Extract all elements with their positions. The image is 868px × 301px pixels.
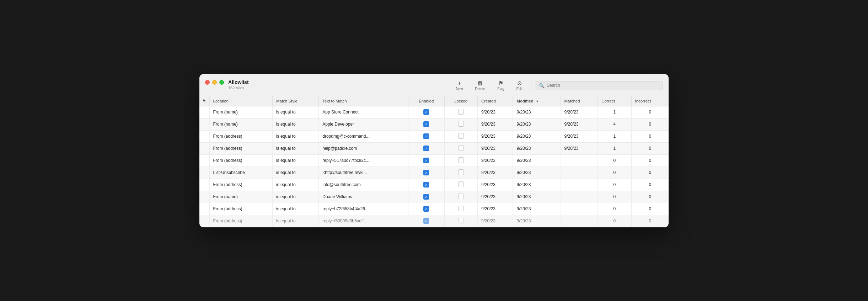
- col-created[interactable]: Created: [477, 96, 513, 106]
- row-incorrect: 0: [631, 118, 669, 130]
- checkbox-checked-icon[interactable]: ✓: [423, 109, 429, 115]
- table-header-row: ⚑ Location Match Style Text to Match Ena…: [199, 96, 669, 106]
- checkbox-checked-icon[interactable]: ✓: [423, 182, 429, 188]
- col-match-style[interactable]: Match Style: [272, 96, 318, 106]
- row-location: List-Unsubscribe: [209, 167, 272, 179]
- minimize-button[interactable]: [212, 80, 217, 85]
- checkbox-checked-icon[interactable]: ✓: [423, 170, 429, 175]
- table-row[interactable]: From (address)is equal tohelp@paddle.com…: [199, 142, 669, 154]
- checkbox-checked-icon[interactable]: ✓: [423, 121, 429, 127]
- row-modified: 9/20/23: [513, 203, 561, 215]
- row-matched: [561, 215, 598, 227]
- locked-checkbox[interactable]: [458, 169, 464, 175]
- table-row[interactable]: From (address)is equal toreply+b72f658b4…: [199, 203, 669, 215]
- checkbox-checked-icon[interactable]: ✓: [423, 194, 429, 200]
- locked-checkbox[interactable]: [458, 145, 464, 151]
- title-section: Allowlist 162 rules: [228, 79, 446, 90]
- row-enabled[interactable]: ✓: [408, 106, 444, 118]
- close-button[interactable]: [205, 80, 210, 85]
- row-enabled[interactable]: ✓: [408, 191, 444, 203]
- row-matched: 9/20/23: [561, 118, 598, 130]
- table-row[interactable]: From (name)is equal toApple Developer✓9/…: [199, 118, 669, 130]
- main-window: Allowlist 162 rules + New 🗑 Delete ⚑ Fla…: [199, 74, 669, 227]
- locked-checkbox[interactable]: [458, 157, 464, 163]
- locked-checkbox[interactable]: [458, 109, 464, 115]
- row-locked[interactable]: [444, 106, 477, 118]
- checkbox-checked-icon[interactable]: ✓: [423, 158, 429, 163]
- fullscreen-button[interactable]: [219, 80, 224, 85]
- row-locked[interactable]: [444, 154, 477, 167]
- table-row[interactable]: List-Unsubscribeis equal to<http://south…: [199, 167, 669, 179]
- row-enabled[interactable]: ✓: [408, 179, 444, 191]
- row-location: From (address): [209, 142, 272, 154]
- flag-button[interactable]: ⚑ Flag: [492, 79, 509, 92]
- locked-checkbox[interactable]: [458, 181, 464, 187]
- row-locked[interactable]: [444, 118, 477, 130]
- search-bar[interactable]: 🔍: [535, 81, 663, 90]
- table-row[interactable]: From (name)is equal toApp Store Connect✓…: [199, 106, 669, 118]
- row-created: 9/20/23: [477, 130, 513, 142]
- row-locked[interactable]: [444, 179, 477, 191]
- row-locked[interactable]: [444, 130, 477, 142]
- row-enabled[interactable]: ✓: [408, 142, 444, 154]
- edit-label: Edit: [516, 87, 523, 91]
- col-incorrect[interactable]: Incorrect: [631, 96, 669, 106]
- locked-checkbox[interactable]: [458, 218, 464, 223]
- row-location: From (name): [209, 118, 272, 130]
- row-enabled[interactable]: ✓: [408, 154, 444, 167]
- edit-button[interactable]: ⊘ Edit: [511, 79, 527, 92]
- table-row[interactable]: From (address)is equal toinfo@southtree.…: [199, 179, 669, 191]
- row-locked[interactable]: [444, 142, 477, 154]
- locked-checkbox[interactable]: [458, 206, 464, 211]
- col-enabled[interactable]: Enabled: [408, 96, 444, 106]
- col-locked[interactable]: Locked: [444, 96, 477, 106]
- table-row[interactable]: From (name)is equal toDuane Williams✓9/2…: [199, 191, 669, 203]
- col-matched[interactable]: Matched: [561, 96, 598, 106]
- row-text-to-match: info@southtree.com: [319, 179, 408, 191]
- row-locked[interactable]: [444, 215, 477, 227]
- locked-checkbox[interactable]: [458, 194, 464, 199]
- row-created: 9/20/23: [477, 142, 513, 154]
- locked-checkbox[interactable]: [458, 121, 464, 127]
- row-flag: [199, 130, 209, 142]
- row-enabled[interactable]: ✓: [408, 203, 444, 215]
- checkbox-checked-icon[interactable]: ✓: [423, 133, 429, 139]
- row-incorrect: 0: [631, 191, 669, 203]
- table-row[interactable]: From (address)is equal toreply+f50009d0b…: [199, 215, 669, 227]
- delete-button[interactable]: 🗑 Delete: [470, 79, 490, 92]
- row-flag: [199, 118, 209, 130]
- col-modified[interactable]: Modified ▼: [513, 96, 561, 106]
- row-locked[interactable]: [444, 191, 477, 203]
- col-text-to-match[interactable]: Text to Match: [319, 96, 408, 106]
- row-flag: [199, 167, 209, 179]
- row-locked[interactable]: [444, 167, 477, 179]
- row-created: 9/20/23: [477, 106, 513, 118]
- table-container: ⚑ Location Match Style Text to Match Ena…: [199, 96, 669, 227]
- row-text-to-match: reply+517a0d77fbc82c...: [319, 154, 408, 167]
- row-enabled[interactable]: ✓: [408, 130, 444, 142]
- row-enabled[interactable]: ✓: [408, 215, 444, 227]
- search-input[interactable]: [547, 83, 659, 88]
- col-location[interactable]: Location: [209, 96, 272, 106]
- new-button[interactable]: + New: [451, 79, 468, 92]
- row-flag: [199, 106, 209, 118]
- row-enabled[interactable]: ✓: [408, 118, 444, 130]
- row-text-to-match: dropdmg@c-command....: [319, 130, 408, 142]
- row-locked[interactable]: [444, 203, 477, 215]
- col-correct[interactable]: Correct: [598, 96, 631, 106]
- col-flag[interactable]: ⚑: [199, 96, 209, 106]
- row-matched: 9/20/23: [561, 142, 598, 154]
- row-incorrect: 0: [631, 106, 669, 118]
- row-enabled[interactable]: ✓: [408, 167, 444, 179]
- row-matched: [561, 154, 598, 167]
- locked-checkbox[interactable]: [458, 133, 464, 139]
- table-row[interactable]: From (address)is equal todropdmg@c-comma…: [199, 130, 669, 142]
- checkbox-checked-icon[interactable]: ✓: [423, 218, 429, 224]
- row-correct: 1: [598, 142, 631, 154]
- row-text-to-match: help@paddle.com: [319, 142, 408, 154]
- toolbar-divider: [531, 80, 531, 91]
- row-match-style: is equal to: [272, 106, 318, 118]
- checkbox-checked-icon[interactable]: ✓: [423, 146, 429, 151]
- checkbox-checked-icon[interactable]: ✓: [423, 206, 429, 212]
- table-row[interactable]: From (address)is equal toreply+517a0d77f…: [199, 154, 669, 167]
